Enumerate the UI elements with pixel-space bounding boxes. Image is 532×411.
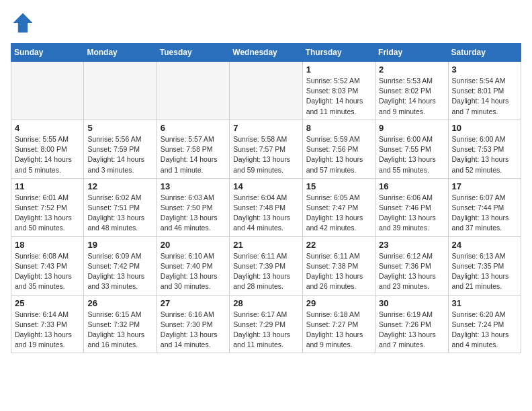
day-number: 27	[161, 298, 226, 308]
day-number: 1	[306, 64, 371, 75]
day-info: Sunrise: 6:00 AM Sunset: 7:55 PM Dayligh…	[379, 134, 444, 175]
calendar-cell: 11Sunrise: 6:01 AM Sunset: 7:52 PM Dayli…	[11, 178, 84, 236]
day-info: Sunrise: 6:02 AM Sunset: 7:51 PM Dayligh…	[87, 193, 152, 234]
day-number: 22	[306, 240, 371, 250]
weekday-header-friday: Friday	[375, 44, 448, 62]
weekday-header-tuesday: Tuesday	[157, 44, 229, 62]
day-info: Sunrise: 5:52 AM Sunset: 8:03 PM Dayligh…	[306, 76, 371, 117]
day-number: 29	[306, 298, 371, 308]
calendar-cell: 20Sunrise: 6:10 AM Sunset: 7:40 PM Dayli…	[157, 236, 229, 295]
day-info: Sunrise: 6:08 AM Sunset: 7:43 PM Dayligh…	[15, 251, 80, 292]
calendar-cell	[230, 62, 302, 120]
calendar-cell: 23Sunrise: 6:12 AM Sunset: 7:36 PM Dayli…	[375, 236, 448, 295]
day-number: 3	[452, 64, 517, 75]
calendar-week-row: 4Sunrise: 5:55 AM Sunset: 8:00 PM Daylig…	[11, 120, 521, 178]
day-number: 17	[452, 181, 517, 191]
day-info: Sunrise: 6:01 AM Sunset: 7:52 PM Dayligh…	[15, 193, 80, 234]
day-number: 11	[15, 181, 80, 191]
calendar-cell: 22Sunrise: 6:11 AM Sunset: 7:38 PM Dayli…	[302, 236, 375, 295]
weekday-header-thursday: Thursday	[302, 44, 375, 62]
svg-marker-0	[13, 13, 33, 33]
calendar-cell: 27Sunrise: 6:16 AM Sunset: 7:30 PM Dayli…	[157, 295, 229, 353]
day-info: Sunrise: 6:15 AM Sunset: 7:32 PM Dayligh…	[87, 310, 152, 351]
day-info: Sunrise: 5:53 AM Sunset: 8:02 PM Dayligh…	[379, 76, 444, 117]
calendar-cell: 21Sunrise: 6:11 AM Sunset: 7:39 PM Dayli…	[230, 236, 302, 295]
calendar-cell: 19Sunrise: 6:09 AM Sunset: 7:42 PM Dayli…	[84, 236, 157, 295]
calendar-cell: 7Sunrise: 5:58 AM Sunset: 7:57 PM Daylig…	[230, 120, 302, 178]
page-header	[11, 11, 521, 35]
day-number: 16	[379, 181, 444, 191]
day-info: Sunrise: 5:57 AM Sunset: 7:58 PM Dayligh…	[161, 134, 226, 175]
calendar-cell: 2Sunrise: 5:53 AM Sunset: 8:02 PM Daylig…	[375, 62, 448, 120]
day-info: Sunrise: 5:55 AM Sunset: 8:00 PM Dayligh…	[15, 134, 80, 175]
day-number: 25	[15, 298, 80, 308]
day-number: 28	[233, 298, 298, 308]
day-info: Sunrise: 6:11 AM Sunset: 7:38 PM Dayligh…	[306, 251, 371, 292]
day-info: Sunrise: 6:12 AM Sunset: 7:36 PM Dayligh…	[379, 251, 444, 292]
day-info: Sunrise: 6:19 AM Sunset: 7:26 PM Dayligh…	[379, 310, 444, 351]
day-info: Sunrise: 6:09 AM Sunset: 7:42 PM Dayligh…	[87, 251, 152, 292]
calendar-week-row: 1Sunrise: 5:52 AM Sunset: 8:03 PM Daylig…	[11, 62, 521, 120]
calendar-cell: 29Sunrise: 6:18 AM Sunset: 7:27 PM Dayli…	[302, 295, 375, 353]
calendar-cell	[11, 62, 84, 120]
day-number: 31	[452, 298, 517, 308]
calendar-cell: 16Sunrise: 6:06 AM Sunset: 7:46 PM Dayli…	[375, 178, 448, 236]
logo-icon	[11, 11, 35, 35]
day-info: Sunrise: 6:04 AM Sunset: 7:48 PM Dayligh…	[233, 193, 298, 234]
calendar-cell: 26Sunrise: 6:15 AM Sunset: 7:32 PM Dayli…	[84, 295, 157, 353]
day-number: 2	[379, 64, 444, 75]
calendar-table: SundayMondayTuesdayWednesdayThursdayFrid…	[11, 43, 521, 353]
calendar-cell: 4Sunrise: 5:55 AM Sunset: 8:00 PM Daylig…	[11, 120, 84, 178]
day-info: Sunrise: 6:18 AM Sunset: 7:27 PM Dayligh…	[306, 310, 371, 351]
day-number: 15	[306, 181, 371, 191]
day-number: 26	[87, 298, 152, 308]
day-number: 19	[87, 240, 152, 250]
day-info: Sunrise: 5:54 AM Sunset: 8:01 PM Dayligh…	[452, 76, 517, 117]
logo	[11, 11, 38, 35]
day-info: Sunrise: 6:07 AM Sunset: 7:44 PM Dayligh…	[452, 193, 517, 234]
day-number: 4	[15, 123, 80, 133]
calendar-cell: 6Sunrise: 5:57 AM Sunset: 7:58 PM Daylig…	[157, 120, 229, 178]
day-number: 18	[15, 240, 80, 250]
calendar-week-row: 11Sunrise: 6:01 AM Sunset: 7:52 PM Dayli…	[11, 178, 521, 236]
day-info: Sunrise: 5:58 AM Sunset: 7:57 PM Dayligh…	[233, 134, 298, 175]
day-number: 24	[452, 240, 517, 250]
day-info: Sunrise: 6:10 AM Sunset: 7:40 PM Dayligh…	[161, 251, 226, 292]
day-number: 23	[379, 240, 444, 250]
calendar-cell: 18Sunrise: 6:08 AM Sunset: 7:43 PM Dayli…	[11, 236, 84, 295]
calendar-cell: 13Sunrise: 6:03 AM Sunset: 7:50 PM Dayli…	[157, 178, 229, 236]
weekday-header-row: SundayMondayTuesdayWednesdayThursdayFrid…	[11, 44, 521, 62]
calendar-cell: 24Sunrise: 6:13 AM Sunset: 7:35 PM Dayli…	[448, 236, 521, 295]
calendar-week-row: 18Sunrise: 6:08 AM Sunset: 7:43 PM Dayli…	[11, 236, 521, 295]
day-info: Sunrise: 6:06 AM Sunset: 7:46 PM Dayligh…	[379, 193, 444, 234]
weekday-header-saturday: Saturday	[448, 44, 521, 62]
day-number: 6	[161, 123, 226, 133]
calendar-cell: 14Sunrise: 6:04 AM Sunset: 7:48 PM Dayli…	[230, 178, 302, 236]
calendar-cell	[84, 62, 157, 120]
day-number: 21	[233, 240, 298, 250]
day-number: 7	[233, 123, 298, 133]
day-info: Sunrise: 6:11 AM Sunset: 7:39 PM Dayligh…	[233, 251, 298, 292]
calendar-cell: 15Sunrise: 6:05 AM Sunset: 7:47 PM Dayli…	[302, 178, 375, 236]
calendar-cell: 1Sunrise: 5:52 AM Sunset: 8:03 PM Daylig…	[302, 62, 375, 120]
calendar-cell: 30Sunrise: 6:19 AM Sunset: 7:26 PM Dayli…	[375, 295, 448, 353]
day-number: 5	[87, 123, 152, 133]
day-info: Sunrise: 6:14 AM Sunset: 7:33 PM Dayligh…	[15, 310, 80, 351]
calendar-cell: 9Sunrise: 6:00 AM Sunset: 7:55 PM Daylig…	[375, 120, 448, 178]
calendar-cell: 12Sunrise: 6:02 AM Sunset: 7:51 PM Dayli…	[84, 178, 157, 236]
calendar-cell: 10Sunrise: 6:00 AM Sunset: 7:53 PM Dayli…	[448, 120, 521, 178]
weekday-header-monday: Monday	[84, 44, 157, 62]
calendar-cell: 17Sunrise: 6:07 AM Sunset: 7:44 PM Dayli…	[448, 178, 521, 236]
day-info: Sunrise: 6:20 AM Sunset: 7:24 PM Dayligh…	[452, 310, 517, 351]
calendar-cell	[157, 62, 229, 120]
day-number: 13	[161, 181, 226, 191]
calendar-cell: 25Sunrise: 6:14 AM Sunset: 7:33 PM Dayli…	[11, 295, 84, 353]
weekday-header-sunday: Sunday	[11, 44, 84, 62]
day-info: Sunrise: 6:17 AM Sunset: 7:29 PM Dayligh…	[233, 310, 298, 351]
day-info: Sunrise: 5:56 AM Sunset: 7:59 PM Dayligh…	[87, 134, 152, 175]
day-number: 10	[452, 123, 517, 133]
day-number: 12	[87, 181, 152, 191]
day-info: Sunrise: 6:03 AM Sunset: 7:50 PM Dayligh…	[161, 193, 226, 234]
calendar-cell: 3Sunrise: 5:54 AM Sunset: 8:01 PM Daylig…	[448, 62, 521, 120]
day-number: 20	[161, 240, 226, 250]
